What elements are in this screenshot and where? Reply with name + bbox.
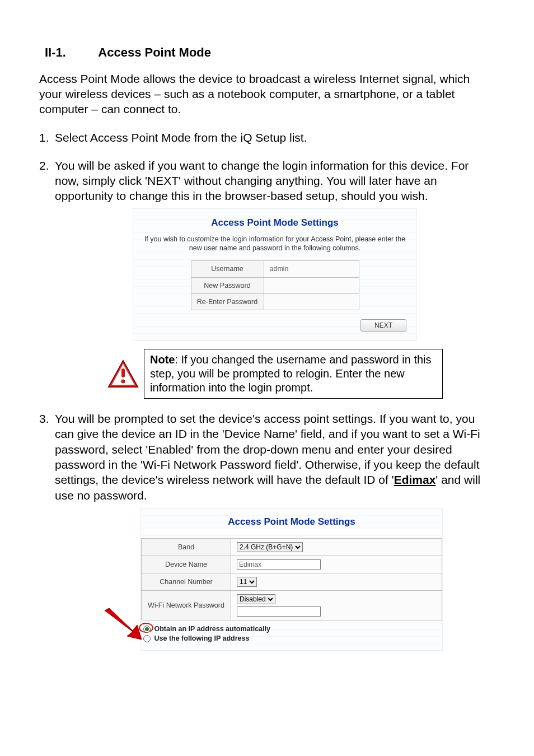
table-row: Re-Enter Password (191, 293, 359, 310)
username-input[interactable] (270, 265, 353, 273)
wifi-password-label: Wi-Fi Network Password (142, 590, 231, 620)
note-text: : If you changed the username and passwo… (150, 353, 432, 394)
ip-mode-radios: Obtain an IP address automatically Use t… (141, 620, 442, 645)
reenter-password-cell (264, 293, 359, 310)
device-name-label: Device Name (142, 556, 231, 573)
new-password-cell (264, 277, 359, 293)
step-3: You will be prompted to set the device's… (39, 411, 495, 651)
login-form-table: Username New Password Re-Enter Password (191, 260, 359, 310)
table-row: Username (191, 261, 359, 277)
ap-form-table: Band 2.4 GHz (B+G+N) Device Name (141, 538, 442, 620)
section-heading: II-1. Access Point Mode (39, 45, 495, 61)
table-row: Device Name (142, 556, 442, 573)
reenter-password-input[interactable] (270, 298, 353, 306)
ip-auto-radio[interactable]: Obtain an IP address automatically (143, 624, 440, 633)
note-box: Note: If you changed the username and pa… (144, 349, 443, 399)
warning-icon (107, 359, 139, 389)
username-cell (264, 261, 359, 277)
table-row: Wi-Fi Network Password Disabled (142, 590, 442, 620)
wifi-password-input[interactable] (237, 606, 321, 617)
svg-marker-4 (105, 608, 142, 640)
table-row: Channel Number 11 (142, 573, 442, 590)
ip-manual-label: Use the following IP address (154, 634, 249, 642)
step-2: You will be asked if you want to change … (39, 158, 495, 399)
new-password-label: New Password (191, 277, 264, 293)
channel-number-cell: 11 (231, 573, 442, 590)
panel2-title: Access Point Mode Settings (141, 516, 442, 528)
ap-settings-wrap: Access Point Mode Settings Band 2.4 GHz … (107, 508, 443, 651)
band-label: Band (142, 538, 231, 556)
step-2-text: You will be asked if you want to change … (55, 159, 469, 203)
steps-list: Select Access Point Mode from the iQ Set… (39, 130, 495, 651)
username-label: Username (191, 261, 264, 277)
step-1: Select Access Point Mode from the iQ Set… (39, 130, 495, 145)
svg-rect-2 (121, 368, 125, 377)
channel-number-select[interactable]: 11 (237, 577, 257, 587)
device-name-input[interactable] (237, 559, 321, 570)
new-password-input[interactable] (270, 282, 353, 290)
note-container: Note: If you changed the username and pa… (107, 349, 443, 399)
note-label: Note (150, 353, 175, 366)
next-button[interactable]: NEXT (360, 319, 406, 332)
svg-point-3 (121, 379, 125, 383)
section-title: Access Point Mode (98, 45, 211, 59)
device-name-cell (231, 556, 442, 573)
step-1-text: Select Access Point Mode from the iQ Set… (55, 131, 307, 144)
login-settings-panel: Access Point Mode Settings If you wish t… (133, 208, 417, 341)
radio-selected-icon (143, 626, 151, 633)
panel1-description: If you wish to customize the login infor… (141, 235, 409, 253)
intro-paragraph: Access Point Mode allows the device to b… (39, 71, 495, 117)
table-row: New Password (191, 277, 359, 293)
ip-auto-label: Obtain an IP address automatically (154, 625, 270, 633)
wifi-password-mode-select[interactable]: Disabled (237, 594, 275, 604)
channel-number-label: Channel Number (142, 573, 231, 590)
edimax-default-id: Edimax (394, 473, 436, 486)
table-row: Band 2.4 GHz (B+G+N) (142, 538, 442, 556)
ip-manual-radio[interactable]: Use the following IP address (143, 634, 440, 643)
band-cell: 2.4 GHz (B+G+N) (231, 538, 442, 556)
panel1-title: Access Point Mode Settings (141, 217, 409, 229)
section-number: II-1. (45, 45, 95, 61)
ap-settings-panel: Access Point Mode Settings Band 2.4 GHz … (140, 508, 443, 651)
band-select[interactable]: 2.4 GHz (B+G+N) (237, 542, 303, 552)
wifi-password-cell: Disabled (231, 590, 442, 620)
reenter-password-label: Re-Enter Password (191, 293, 264, 310)
radio-unselected-icon (143, 635, 151, 642)
